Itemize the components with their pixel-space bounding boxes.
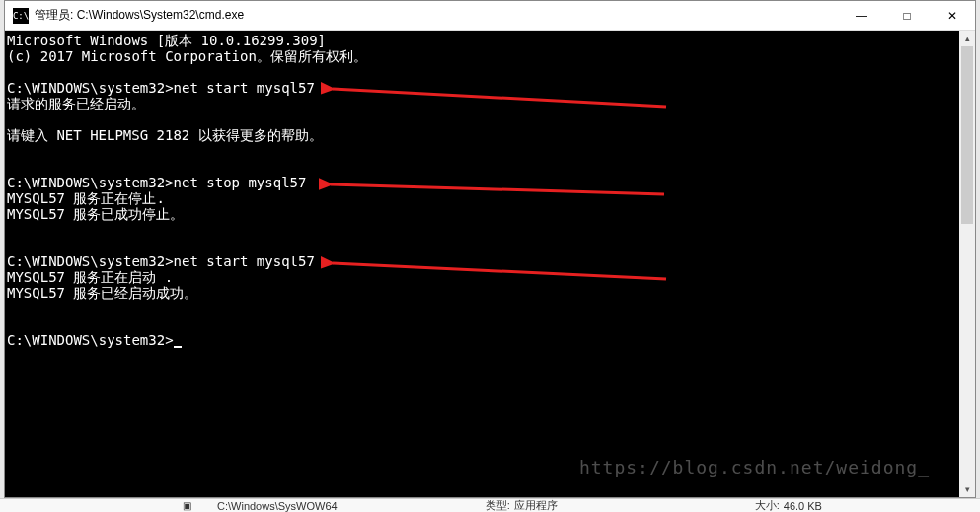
terminal-line: MYSQL57 服务已经启动成功。 — [7, 285, 197, 301]
status-type-value: 应用程序 — [514, 498, 558, 512]
app-icon: ▣ — [183, 500, 191, 511]
terminal-output[interactable]: Microsoft Windows [版本 10.0.16299.309] (c… — [5, 31, 959, 497]
status-type-label: 类型: — [486, 498, 510, 512]
command-input: net start mysql57 — [174, 254, 315, 269]
titlebar[interactable]: C:\ 管理员: C:\Windows\System32\cmd.exe — □… — [5, 1, 975, 31]
prompt: C:\WINDOWS\system32> — [7, 175, 174, 190]
window-controls: — □ ✕ — [839, 1, 975, 30]
close-button[interactable]: ✕ — [930, 1, 975, 30]
annotation-arrow-icon — [321, 77, 676, 116]
window-title: 管理员: C:\Windows\System32\cmd.exe — [35, 7, 839, 24]
terminal-line: MYSQL57 服务已成功停止。 — [7, 206, 184, 222]
command-input: net start mysql57 — [174, 80, 315, 96]
status-bar: ▣ C:\Windows\SysWOW64 类型: 应用程序 大小: 46.0 … — [0, 498, 980, 512]
scroll-down-icon[interactable]: ▾ — [959, 481, 975, 497]
scroll-up-icon[interactable]: ▴ — [959, 31, 975, 46]
terminal-line: Microsoft Windows [版本 10.0.16299.309] — [7, 33, 326, 48]
prompt: C:\WINDOWS\system32> — [7, 254, 174, 269]
terminal-line: MYSQL57 服务正在停止. — [7, 190, 165, 206]
svg-line-5 — [333, 263, 666, 279]
terminal-line: 请求的服务已经启动。 — [7, 96, 145, 111]
svg-line-1 — [333, 89, 666, 107]
status-size-label: 大小: — [755, 498, 780, 512]
terminal-line: 请键入 NET HELPMSG 2182 以获得更多的帮助。 — [7, 127, 323, 143]
cmd-window: C:\ 管理员: C:\Windows\System32\cmd.exe — □… — [4, 0, 976, 498]
status-path: C:\Windows\SysWOW64 — [217, 500, 338, 512]
status-size-value: 46.0 KB — [784, 500, 822, 512]
prompt: C:\WINDOWS\system32> — [7, 80, 174, 96]
terminal-line: (c) 2017 Microsoft Corporation。保留所有权利。 — [7, 48, 367, 64]
cmd-icon: C:\ — [13, 8, 29, 24]
scroll-thumb[interactable] — [961, 46, 973, 224]
terminal-line: MYSQL57 服务正在启动 . — [7, 269, 173, 285]
cursor-icon — [174, 346, 182, 348]
svg-line-3 — [331, 184, 664, 194]
minimize-button[interactable]: — — [839, 1, 884, 30]
terminal-area: Microsoft Windows [版本 10.0.16299.309] (c… — [5, 31, 975, 497]
maximize-button[interactable]: □ — [884, 1, 930, 30]
prompt: C:\WINDOWS\system32> — [7, 332, 174, 348]
vertical-scrollbar[interactable]: ▴ ▾ — [959, 31, 975, 497]
command-input: net stop mysql57 — [174, 175, 307, 190]
watermark-text: https://blog.csdn.net/weidong_ — [579, 460, 930, 475]
annotation-arrow-icon — [321, 250, 676, 289]
annotation-arrow-icon — [319, 169, 674, 208]
